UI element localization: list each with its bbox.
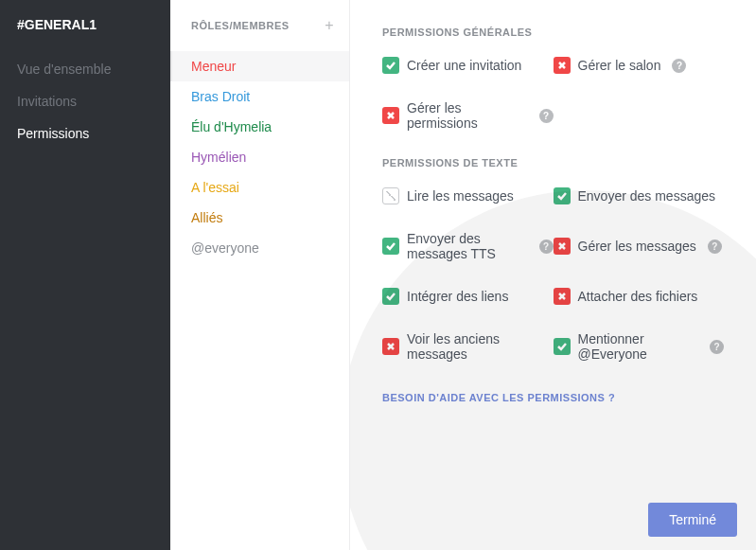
roles-column: RÔLES/MEMBRES + Meneur Bras Droit Élu d'… [170,0,350,550]
role-item-a-lessai[interactable]: A l'essai [170,172,349,203]
perm-manage-messages: Gérer les messages ? [554,231,725,261]
footer: Terminé [648,503,737,537]
help-icon[interactable]: ? [672,59,686,73]
perm-label: Lire les messages [407,188,514,204]
help-icon[interactable]: ? [539,240,554,254]
channel-settings-sidebar: #GENERAL1 Vue d'ensemble Invitations Per… [0,0,170,550]
section-text-title: PERMISSIONS DE TEXTE [382,157,724,169]
perm-label: Envoyer des messages [578,188,716,204]
perm-label: Gérer les messages [578,239,696,254]
perm-embed-links: Intégrer des liens [382,288,554,305]
perm-manage-permissions: Gérer les permissions ? [382,100,554,131]
perm-toggle-allow[interactable] [554,338,571,355]
role-item-bras-droit[interactable]: Bras Droit [170,81,349,112]
perm-toggle-allow[interactable] [382,57,399,74]
perm-label: Gérer les permissions [407,100,528,131]
perm-label: Voir les anciens messages [407,331,554,362]
channel-title: #GENERAL1 [0,17,170,53]
perm-toggle-deny[interactable] [554,238,571,255]
done-button[interactable]: Terminé [648,503,737,537]
perm-manage-channel: Gérer le salon ? [554,57,725,74]
role-item-hymelien[interactable]: Hymélien [170,142,349,172]
role-item-everyone[interactable]: @everyone [170,233,349,263]
perm-create-invite: Créer une invitation [382,57,554,74]
roles-header-label: RÔLES/MEMBRES [191,20,290,31]
help-icon[interactable]: ? [708,240,722,254]
perm-send-tts: Envoyer des messages TTS ? [382,231,554,261]
perm-toggle-neutral[interactable] [382,187,399,204]
perm-label: Gérer le salon [578,58,661,73]
perm-toggle-deny[interactable] [382,338,399,355]
nav-overview[interactable]: Vue d'ensemble [0,53,170,85]
perm-row: Lire les messages Envoyer des messages [382,187,724,204]
perm-row: Gérer les permissions ? [382,100,724,131]
add-role-icon[interactable]: + [325,17,334,34]
permissions-panel: PERMISSIONS GÉNÉRALES Créer une invitati… [350,0,756,550]
perm-label: Attacher des fichiers [578,289,698,304]
perm-row: Créer une invitation Gérer le salon ? [382,57,724,74]
perm-send-messages: Envoyer des messages [554,187,725,204]
perm-read-history: Voir les anciens messages [382,331,554,362]
perm-read-messages: Lire les messages [382,187,554,204]
perm-mention-everyone: Mentionner @Everyone ? [554,331,725,362]
help-icon[interactable]: ? [710,340,724,354]
role-item-allies[interactable]: Alliés [170,203,349,233]
perm-row: Voir les anciens messages Mentionner @Ev… [382,331,724,362]
perm-toggle-deny[interactable] [554,57,571,74]
role-item-meneur[interactable]: Meneur [170,51,349,81]
section-general-title: PERMISSIONS GÉNÉRALES [382,27,724,38]
nav-permissions[interactable]: Permissions [0,117,170,150]
perm-row: Intégrer des liens Attacher des fichiers [382,288,724,305]
perm-toggle-allow[interactable] [382,238,399,255]
perm-toggle-allow[interactable] [554,187,571,204]
perm-toggle-allow[interactable] [382,288,399,305]
nav-invitations[interactable]: Invitations [0,85,170,117]
permissions-help-link[interactable]: Besoin d'aide avec les permissions ? [382,392,615,403]
perm-attach-files: Attacher des fichiers [554,288,725,305]
perm-label: Envoyer des messages TTS [407,231,528,261]
help-icon[interactable]: ? [539,109,554,123]
perm-label: Intégrer des liens [407,289,508,304]
perm-row: Envoyer des messages TTS ? Gérer les mes… [382,231,724,261]
perm-toggle-deny[interactable] [382,107,399,124]
perm-label: Mentionner @Everyone [578,331,699,362]
role-item-elu-hymelia[interactable]: Élu d'Hymelia [170,112,349,142]
perm-label: Créer une invitation [407,58,521,73]
roles-header: RÔLES/MEMBRES + [170,17,349,51]
perm-toggle-deny[interactable] [554,288,571,305]
